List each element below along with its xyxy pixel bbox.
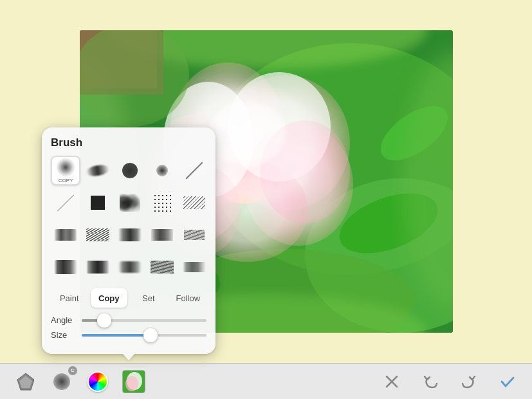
size-slider-row: Size (51, 330, 206, 340)
brush-cell-bold2[interactable] (83, 252, 113, 282)
confirm-icon (499, 373, 516, 390)
brush-badge: C (68, 366, 77, 375)
toolbar-left: C (13, 369, 147, 394)
size-label: Size (51, 330, 75, 340)
panel-title: Brush (51, 136, 206, 149)
svg-point-30 (208, 101, 286, 165)
stamp-tool-button[interactable] (13, 369, 39, 394)
size-slider-fill (82, 334, 151, 337)
size-slider-thumb[interactable] (143, 328, 158, 342)
color-wheel-icon (87, 371, 108, 392)
tab-set[interactable]: Set (130, 288, 167, 308)
size-slider-track[interactable] (82, 334, 206, 337)
brush-cell-diag2[interactable] (51, 188, 80, 218)
brush-tool-button[interactable]: C (49, 369, 75, 394)
redo-button[interactable] (457, 370, 481, 393)
redo-icon (461, 373, 477, 390)
brush-cell-textured1[interactable] (51, 220, 80, 250)
brush-cell-textured4[interactable] (147, 220, 177, 250)
brush-cell-bold4[interactable] (147, 252, 177, 282)
brush-panel: Brush COPY (42, 127, 216, 354)
brush-cell-bold3[interactable] (115, 252, 145, 282)
angle-slider-row: Angle (51, 315, 206, 325)
brush-cell-splatter[interactable] (147, 156, 177, 185)
brush-cell-diag-line[interactable] (179, 156, 209, 185)
brush-cell-bold5[interactable] (179, 252, 209, 282)
brush-cell-dots[interactable] (147, 188, 177, 218)
undo-icon (422, 373, 439, 390)
cancel-button[interactable] (380, 370, 403, 393)
brush-cell-hatching[interactable] (179, 188, 209, 218)
layer-thumbnail (122, 370, 145, 393)
color-wheel-button[interactable] (85, 369, 111, 394)
brush-dot-icon (53, 373, 70, 390)
confirm-button[interactable] (496, 370, 519, 393)
angle-label: Angle (51, 315, 75, 325)
toolbar: C (0, 363, 532, 399)
tab-paint[interactable]: Paint (51, 288, 88, 308)
tab-copy[interactable]: Copy (91, 288, 128, 308)
brush-cell-bold1[interactable] (51, 252, 80, 282)
angle-slider-track[interactable] (82, 319, 206, 322)
layers-button[interactable] (121, 369, 147, 394)
brush-cell-square[interactable] (83, 188, 113, 218)
undo-button[interactable] (419, 370, 442, 393)
brush-cell-textured2[interactable] (83, 220, 113, 250)
brush-grid: COPY (51, 156, 206, 282)
svg-point-38 (125, 376, 138, 391)
tab-follow[interactable]: Follow (170, 288, 207, 308)
brush-cell-scatter[interactable] (115, 188, 145, 218)
brush-cell-hard-round[interactable] (115, 156, 145, 185)
brush-cell-soft-round[interactable]: COPY (51, 156, 80, 185)
brush-cell-textured3[interactable] (115, 220, 145, 250)
stamp-icon (16, 372, 35, 391)
tab-row: Paint Copy Set Follow (51, 288, 206, 308)
toolbar-right (380, 370, 519, 393)
brush-cell-textured5[interactable] (179, 220, 209, 250)
angle-slider-thumb[interactable] (97, 313, 111, 328)
brush-cell-stroke1[interactable] (83, 156, 113, 185)
cancel-icon (384, 374, 399, 389)
brush-copy-label: COPY (59, 178, 73, 183)
